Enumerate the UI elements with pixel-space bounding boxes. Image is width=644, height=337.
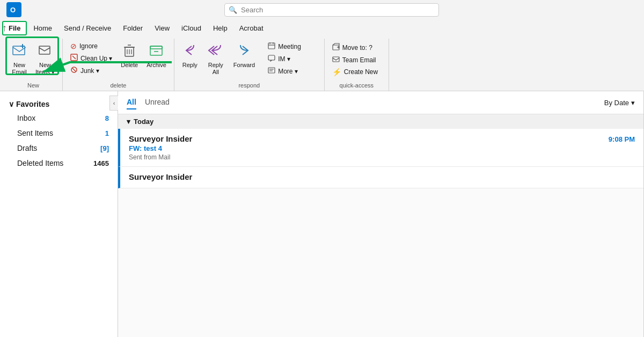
drafts-count: [9] [100, 144, 109, 152]
email-item-1[interactable]: Surveyor Insider 9:08 PM FW: test 4 Sent… [118, 129, 643, 167]
qa-content: Move to: ? Team Email ⚡ Create New [329, 39, 384, 80]
move-to-button[interactable]: Move to: ? [329, 42, 384, 53]
new-group-content: New Email New Items ▾ [9, 39, 58, 80]
archive-button[interactable]: Archive [143, 41, 170, 71]
archive-icon [149, 43, 164, 60]
favorites-label: Favorites [16, 100, 49, 108]
forward-label: Forward [233, 62, 255, 69]
cleanup-label: Clean Up ▾ [80, 55, 112, 62]
search-input[interactable] [224, 3, 439, 17]
deleted-items-label: Deleted Items [17, 159, 63, 167]
sidebar-collapse-button[interactable]: ‹ [109, 96, 118, 111]
delete-group-content: ⊘ Ignore Clean Up ▾ [67, 39, 170, 80]
new-email-label: New Email [12, 62, 27, 76]
more-icon [268, 67, 275, 76]
respond-group-content: Reply Reply All [179, 39, 320, 80]
outlook-logo: O [6, 2, 21, 17]
reply-button[interactable]: Reply [179, 41, 201, 71]
svg-text:O: O [10, 6, 16, 14]
move-to-label: Move to: ? [342, 44, 372, 52]
email-item-2-header: Surveyor Insider [129, 172, 635, 181]
junk-label: Junk ▾ [80, 67, 99, 75]
ribbon-group-quick-access: Move to: ? Team Email ⚡ Create New [325, 39, 389, 91]
reply-label: Reply [182, 62, 197, 69]
new-email-icon [12, 43, 27, 60]
tab-unread[interactable]: Unread [145, 96, 170, 109]
move-to-icon [332, 43, 340, 52]
new-email-button[interactable]: New Email [9, 41, 30, 78]
favorites-header[interactable]: ∨ Favorites [0, 98, 118, 111]
new-items-button[interactable]: New Items ▾ [32, 41, 58, 78]
team-email-button[interactable]: Team Email [329, 54, 384, 65]
sidebar-item-drafts[interactable]: Drafts [9] [0, 141, 118, 156]
email-list: All Unread By Date ▾ ▾ Today Surveyor In… [118, 91, 644, 337]
new-items-label: New Items ▾ [35, 62, 55, 76]
create-new-button[interactable]: ⚡ Create New [329, 67, 384, 77]
forward-button[interactable]: Forward [230, 41, 258, 71]
delete-label: Delete [121, 62, 138, 69]
email-item-1-header: Surveyor Insider 9:08 PM [129, 134, 635, 143]
favorites-section: ∨ Favorites Inbox 8 Sent Items 1 Drafts … [0, 96, 118, 173]
svg-rect-23 [268, 55, 275, 60]
email-group-today[interactable]: ▾ Today [118, 114, 643, 129]
sent-items-label: Sent Items [17, 129, 53, 137]
menu-home[interactable]: Home [28, 22, 57, 34]
sidebar-item-inbox[interactable]: Inbox 8 [0, 111, 118, 126]
team-email-icon [332, 55, 340, 64]
content-area: ‹ ∨ Favorites Inbox 8 Sent Items 1 Draft… [0, 91, 644, 337]
email-subject-1: FW: test 4 [129, 144, 635, 152]
svg-rect-5 [39, 46, 50, 54]
more-label: More ▾ [278, 68, 298, 75]
sort-chevron-icon: ▾ [631, 99, 635, 107]
ignore-button[interactable]: ⊘ Ignore [67, 41, 115, 52]
email-item-2[interactable]: Surveyor Insider [118, 167, 643, 188]
collapse-icon: ‹ [113, 100, 115, 106]
menu-folder[interactable]: Folder [118, 22, 148, 34]
menu-acrobat[interactable]: Acrobat [234, 22, 269, 34]
search-bar[interactable]: 🔍 [224, 3, 439, 17]
more-button[interactable]: More ▾ [265, 65, 304, 77]
meeting-button[interactable]: Meeting [265, 41, 304, 52]
archive-label: Archive [147, 62, 166, 69]
cleanup-icon [70, 54, 78, 63]
create-new-icon: ⚡ [332, 68, 341, 76]
ignore-label: Ignore [79, 42, 98, 50]
delete-icon [122, 43, 137, 60]
menu-file[interactable]: File ↑ [2, 21, 27, 35]
inbox-label: Inbox [17, 114, 35, 122]
ignore-icon: ⊘ [70, 42, 77, 50]
svg-rect-17 [150, 46, 162, 49]
reply-all-button[interactable]: Reply All [203, 41, 228, 78]
menu-icloud[interactable]: iCloud [176, 22, 207, 34]
new-items-icon [38, 43, 53, 60]
im-label: IM ▾ [278, 55, 290, 63]
email-preview-1: Sent from Mail [129, 153, 635, 161]
menu-help[interactable]: Help [208, 22, 233, 34]
sidebar-item-deleted-items[interactable]: Deleted Items 1465 [0, 156, 118, 171]
sort-label: By Date [604, 99, 629, 107]
svg-rect-19 [268, 43, 275, 49]
group-label: Today [134, 118, 153, 126]
email-sender-1: Surveyor Insider [129, 134, 192, 143]
junk-icon [70, 66, 78, 75]
new-group-label: New [9, 80, 58, 91]
tab-all[interactable]: All [127, 96, 136, 109]
menu-bar: File ↑ Home Send / Receive Folder View i… [0, 19, 644, 36]
cleanup-button[interactable]: Clean Up ▾ [67, 53, 115, 64]
menu-view[interactable]: View [149, 22, 175, 34]
meeting-icon [268, 42, 275, 51]
ribbon-commands: New Email New Items ▾ New [0, 36, 644, 91]
drafts-label: Drafts [17, 144, 37, 152]
sort-by-date[interactable]: By Date ▾ [604, 99, 635, 107]
reply-icon [182, 43, 198, 60]
svg-rect-24 [268, 68, 275, 73]
im-button[interactable]: IM ▾ [265, 53, 304, 64]
create-new-label: Create New [344, 68, 378, 76]
search-icon: 🔍 [229, 6, 237, 14]
ribbon-group-respond: Reply Reply All [174, 39, 325, 91]
junk-button[interactable]: Junk ▾ [67, 65, 115, 76]
sidebar-item-sent-items[interactable]: Sent Items 1 [0, 126, 118, 141]
menu-send-receive[interactable]: Send / Receive [58, 22, 116, 34]
delete-button[interactable]: Delete [118, 41, 141, 71]
sent-items-count: 1 [105, 129, 109, 137]
